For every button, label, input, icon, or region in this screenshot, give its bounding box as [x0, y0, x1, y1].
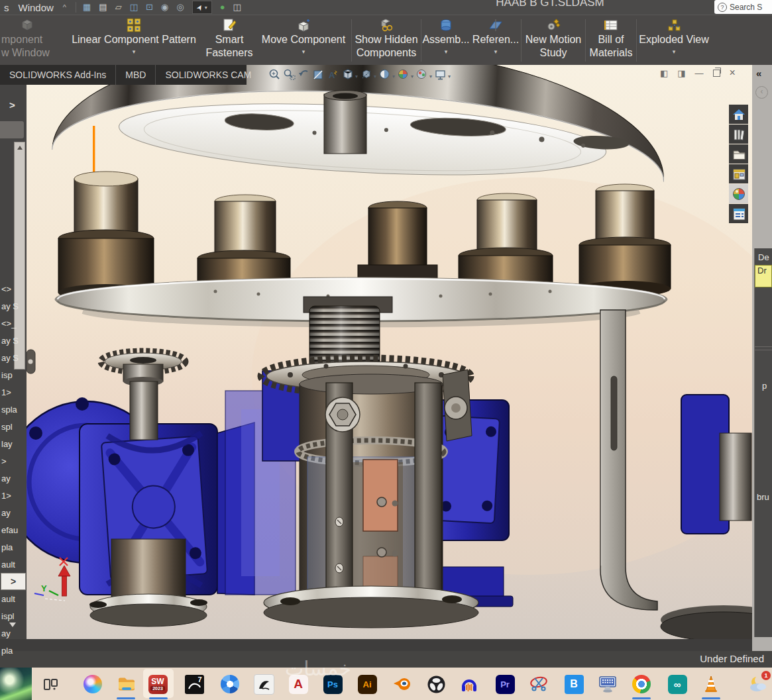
tree-item-fragment[interactable]: efau	[1, 522, 19, 539]
ribbon-assembly-features-button[interactable]: Assemb... ▾	[421, 15, 470, 66]
minimize-icon[interactable]: —	[695, 68, 704, 78]
ribbon-show-hidden-components-button[interactable]: Show Hidden Components	[352, 15, 421, 66]
quick-access-icon-7[interactable]: ◎	[176, 1, 184, 13]
vlc-button[interactable]	[700, 674, 722, 695]
tree-item-fragment[interactable]: lay	[1, 436, 19, 453]
design-library-tab[interactable]	[729, 125, 748, 144]
selected-appearance-item[interactable]: Dr	[755, 265, 772, 287]
bluestacks-button[interactable]: B	[563, 674, 584, 695]
edit-appearance-icon[interactable]	[397, 68, 410, 81]
search-box[interactable]: ? Search S	[714, 0, 772, 14]
pane-item-fragment[interactable]: bru	[757, 492, 769, 502]
zoom-to-area-icon[interactable]	[283, 68, 296, 81]
command-tab[interactable]: SOLIDWORKS CAM	[155, 65, 260, 85]
desktop-peek-thumbnail[interactable]	[0, 668, 32, 700]
scrollbar-up-icon[interactable]	[17, 146, 23, 150]
tree-item-fragment[interactable]: 1>	[1, 384, 19, 401]
scroll-down-icon[interactable]	[9, 623, 16, 627]
dock-left-icon[interactable]: ◧	[660, 68, 668, 78]
keyshot-button[interactable]	[219, 674, 241, 695]
tree-item-fragment[interactable]: ault	[1, 591, 19, 608]
view-palette-tab[interactable]	[729, 164, 748, 183]
tree-item-fragment[interactable]: ay	[1, 505, 19, 522]
tree-item-fragment[interactable]: ault	[1, 556, 19, 574]
print-icon[interactable]: ◫	[130, 1, 138, 13]
quick-access-icon-1[interactable]: ▦	[83, 1, 91, 13]
file-explorer-tab[interactable]	[729, 144, 748, 164]
dropdown-arrow-icon[interactable]: ▾	[448, 74, 451, 79]
command-tab[interactable]: MBD	[115, 65, 155, 85]
expand-tree-icon[interactable]: >	[9, 99, 15, 111]
screen-recorder-button[interactable]	[528, 674, 549, 695]
right-steel-cylinder[interactable]	[720, 433, 751, 521]
appearances-tab[interactable]	[729, 184, 748, 203]
home-tab[interactable]	[729, 105, 748, 124]
ribbon-move-component-button[interactable]: Move Component ▾	[256, 15, 351, 66]
quick-access-icon-6[interactable]: ◉	[161, 1, 168, 13]
back-arrow-icon[interactable]: ‹	[755, 86, 768, 99]
hide-show-items-icon[interactable]	[360, 68, 373, 81]
tree-item-fragment[interactable]: ay S	[1, 298, 19, 315]
copilot-button[interactable]	[82, 674, 103, 695]
audacity-button[interactable]	[459, 674, 480, 695]
dropdown-arrow-icon[interactable]: ▾	[494, 46, 498, 57]
quick-access-icon-5[interactable]: ⊡	[146, 1, 153, 13]
arduino-button[interactable]: ∞	[667, 674, 688, 695]
zoom-to-fit-icon[interactable]	[268, 68, 282, 81]
pane-item-fragment[interactable]: p	[762, 381, 767, 391]
ribbon-reference-geometry-button[interactable]: Referen... ▾	[470, 15, 521, 66]
solidworks-button[interactable]: SW 2023	[147, 674, 168, 695]
panel-splitter-handle[interactable]	[27, 350, 35, 374]
menu-item-window[interactable]: Window	[19, 2, 54, 13]
graphics-viewport[interactable]: Y	[27, 65, 752, 639]
section-view-icon[interactable]	[312, 68, 325, 81]
custom-properties-tab[interactable]	[729, 204, 748, 223]
tree-item-fragment[interactable]: ay	[1, 625, 19, 642]
tree-item-fragment[interactable]: pla	[1, 539, 19, 556]
window-layout-icon[interactable]: ◫	[233, 1, 241, 13]
chrome-button[interactable]	[631, 674, 652, 695]
menu-pin-icon[interactable]: ^	[63, 3, 66, 11]
zbrush-button[interactable]	[253, 674, 274, 695]
premiere-button[interactable]: Pr	[494, 674, 516, 695]
rhino-button[interactable]: 7	[184, 674, 205, 695]
task-view-button[interactable]	[40, 674, 61, 695]
dropdown-arrow-icon[interactable]: ▾	[411, 74, 414, 79]
tree-item-fragment[interactable]: >	[1, 453, 19, 470]
quick-access-icon-2[interactable]: ▤	[99, 1, 107, 13]
tree-item-fragment[interactable]: ay	[1, 470, 19, 487]
tree-flyout-button[interactable]: >	[1, 573, 26, 590]
collapse-pane-icon[interactable]: «	[756, 68, 761, 79]
dock-right-icon[interactable]: ◨	[677, 68, 685, 78]
tree-item-fragment[interactable]: 1>	[1, 487, 19, 505]
dropdown-arrow-icon[interactable]: ▾	[429, 74, 432, 79]
illustrator-button[interactable]: Ai	[357, 674, 378, 695]
autocad-button[interactable]: A	[288, 674, 309, 695]
select-tool-button[interactable]: ➤ ▾	[192, 1, 212, 14]
obs-button[interactable]	[425, 674, 447, 695]
ribbon-insert-component-button[interactable]: mponent w Window	[0, 15, 65, 66]
tree-item-fragment[interactable]: isp	[1, 367, 19, 384]
tree-item-fragment[interactable]: ay S	[1, 332, 19, 350]
tree-item-fragment[interactable]: spla	[1, 401, 19, 419]
ribbon-linear-component-pattern-button[interactable]: Linear Component Pattern ▾	[65, 15, 203, 66]
dropdown-arrow-icon[interactable]: ▾	[355, 74, 358, 79]
tree-item-fragment[interactable]: spl	[1, 419, 19, 436]
performance-icon[interactable]: ●	[220, 1, 225, 13]
tree-item-fragment[interactable]: pla	[1, 642, 19, 660]
center-boss-cylinder[interactable]	[324, 91, 366, 154]
dropdown-arrow-icon[interactable]: ▾	[374, 74, 376, 79]
tree-item-fragment[interactable]: <>	[1, 281, 19, 298]
dropdown-arrow-icon[interactable]: ▾	[673, 46, 676, 57]
display-style-icon[interactable]	[341, 68, 355, 81]
view-orientation-icon[interactable]	[378, 68, 392, 81]
command-tab[interactable]: SOLIDWORKS Add-Ins	[0, 65, 115, 85]
tree-item-fragment[interactable]: ay S	[1, 350, 19, 367]
dropdown-arrow-icon[interactable]: ▾	[445, 46, 448, 57]
apply-scene-icon[interactable]	[415, 68, 429, 81]
quick-access-icon-3[interactable]: ▱	[115, 1, 122, 13]
weather-widget-button[interactable]: 1	[747, 674, 769, 695]
annotations-icon[interactable]: A	[327, 68, 340, 81]
dropdown-arrow-icon[interactable]: ▾	[133, 46, 136, 57]
view-settings-icon[interactable]	[434, 68, 447, 81]
